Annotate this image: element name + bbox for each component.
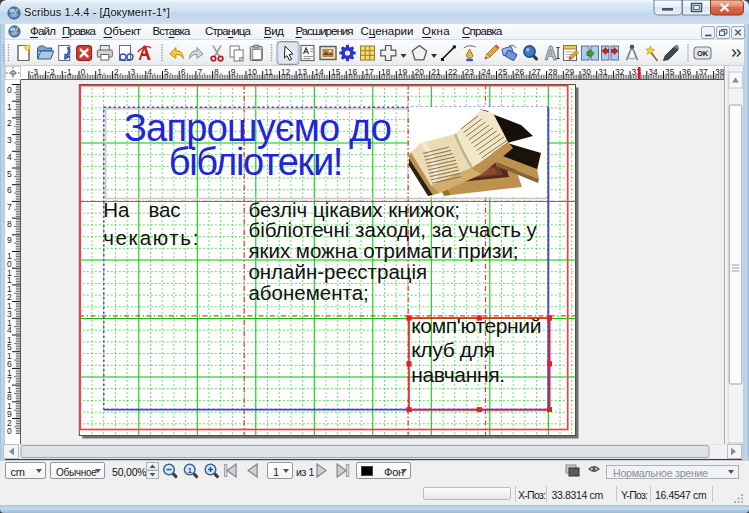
svg-text:6: 6 <box>181 67 186 77</box>
svg-text:OK: OK <box>697 49 709 58</box>
svg-text:4: 4 <box>147 67 152 77</box>
svg-text:8: 8 <box>7 219 12 229</box>
svg-text:4: 4 <box>7 152 12 162</box>
svg-text:3: 3 <box>7 135 12 145</box>
svg-text:2: 2 <box>114 67 119 77</box>
svg-text:5: 5 <box>7 169 12 179</box>
svg-text:5: 5 <box>164 67 169 77</box>
svg-text:9: 9 <box>7 235 12 245</box>
svg-text:7: 7 <box>7 202 12 212</box>
svg-text:0: 0 <box>7 85 12 95</box>
svg-text:7: 7 <box>197 67 202 77</box>
svg-text:0: 0 <box>81 67 86 77</box>
svg-text:0: 0 <box>7 426 12 436</box>
svg-text:1: 1 <box>187 466 192 475</box>
svg-text:3: 3 <box>131 67 136 77</box>
svg-text:1: 1 <box>97 67 102 77</box>
svg-text:11: 11 <box>264 67 273 77</box>
svg-text:8: 8 <box>214 67 219 77</box>
svg-text:6: 6 <box>7 185 12 195</box>
svg-text:2: 2 <box>7 118 12 128</box>
svg-text:9: 9 <box>231 67 236 77</box>
svg-text:1: 1 <box>7 102 12 112</box>
